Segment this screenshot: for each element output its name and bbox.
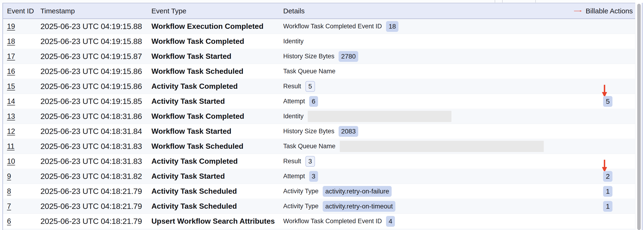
column-header-details: Details bbox=[280, 7, 574, 15]
event-id-link[interactable]: 12 bbox=[7, 127, 15, 135]
details-cell: History Size Bytes2780 bbox=[280, 51, 574, 62]
toolbar-fragment bbox=[502, 0, 503, 3]
event-id-cell: 7 bbox=[3, 202, 37, 210]
event-history-screen: Event ID Timestamp Event Type Details Bi… bbox=[0, 0, 644, 230]
timestamp-cell: 2025-06-23 UTC 04:19:15.86 bbox=[37, 82, 149, 91]
toolbar-fragment bbox=[535, 0, 536, 3]
event-type-cell: Workflow Task Started bbox=[149, 52, 280, 61]
event-id-link[interactable]: 15 bbox=[7, 82, 15, 90]
event-id-cell: 6 bbox=[3, 217, 37, 225]
event-type-cell: Upsert Workflow Search Attributes bbox=[149, 217, 280, 225]
details-cell: Result3 bbox=[280, 156, 574, 167]
event-type-cell: Activity Task Completed bbox=[149, 82, 280, 91]
details-cell: Identity bbox=[280, 111, 574, 122]
event-type-cell: Workflow Execution Completed bbox=[149, 22, 280, 31]
event-type-cell: Workflow Task Completed bbox=[149, 37, 280, 46]
billable-count-badge: 2 bbox=[603, 171, 612, 182]
details-cell: Workflow Task Completed Event ID18 bbox=[280, 21, 574, 32]
event-id-cell: 16 bbox=[3, 67, 37, 76]
panel-border bbox=[642, 3, 642, 230]
red-right-arrow-icon bbox=[574, 8, 582, 14]
event-id-link[interactable]: 11 bbox=[7, 142, 14, 150]
event-id-link[interactable]: 10 bbox=[7, 157, 15, 165]
details-cell: Attempt3 bbox=[280, 171, 574, 182]
event-id-cell: 14 bbox=[3, 97, 37, 106]
scrollbar-thumb[interactable] bbox=[637, 4, 641, 230]
detail-label: Identity bbox=[283, 113, 304, 120]
table-row: 102025-06-23 UTC 04:18:31.83Activity Tas… bbox=[3, 154, 635, 169]
details-cell: Task Queue Name bbox=[280, 68, 574, 75]
event-id-link[interactable]: 19 bbox=[7, 22, 15, 31]
toolbar-cutoff-strip bbox=[0, 0, 644, 3]
event-id-link[interactable]: 16 bbox=[7, 67, 15, 75]
event-id-link[interactable]: 13 bbox=[7, 112, 15, 121]
detail-label: Result bbox=[283, 83, 301, 90]
detail-value-badge: 2083 bbox=[338, 126, 358, 137]
timestamp-cell: 2025-06-23 UTC 04:19:15.88 bbox=[37, 22, 149, 31]
detail-label: Task Queue Name bbox=[283, 68, 336, 75]
table-row: 82025-06-23 UTC 04:18:21.79Activity Task… bbox=[3, 184, 635, 199]
table-row: 172025-06-23 UTC 04:19:15.87Workflow Tas… bbox=[3, 49, 635, 64]
detail-label: History Size Bytes bbox=[283, 128, 334, 135]
table-row: 192025-06-23 UTC 04:19:15.88Workflow Exe… bbox=[3, 19, 635, 34]
detail-label: Attempt bbox=[283, 98, 305, 105]
details-cell: Task Queue Name bbox=[280, 141, 574, 152]
table-row: 62025-06-23 UTC 04:18:21.79Upsert Workfl… bbox=[3, 214, 635, 229]
timestamp-cell: 2025-06-23 UTC 04:18:31.83 bbox=[37, 142, 149, 151]
detail-label: Activity Type bbox=[283, 203, 318, 210]
table-row: 72025-06-23 UTC 04:18:21.79Activity Task… bbox=[3, 199, 635, 214]
event-id-cell: 18 bbox=[3, 37, 37, 46]
toolbar-fragment bbox=[495, 0, 495, 3]
details-cell: Result5 bbox=[280, 81, 574, 92]
detail-value-badge: 5 bbox=[306, 81, 315, 92]
timestamp-cell: 2025-06-23 UTC 04:19:15.85 bbox=[37, 97, 149, 106]
column-header-timestamp[interactable]: Timestamp bbox=[37, 7, 149, 15]
table-header-row: Event ID Timestamp Event Type Details Bi… bbox=[3, 3, 635, 19]
event-type-cell: Activity Task Scheduled bbox=[149, 187, 280, 196]
event-id-cell: 15 bbox=[3, 82, 37, 91]
event-id-cell: 11 bbox=[3, 142, 37, 151]
table-body: 192025-06-23 UTC 04:19:15.88Workflow Exe… bbox=[3, 19, 635, 229]
detail-value-badge: 3 bbox=[309, 171, 318, 182]
billable-actions-cell: 1 bbox=[574, 186, 635, 197]
detail-value-badge: activity.retry-on-timeout bbox=[323, 201, 395, 212]
table-row: 162025-06-23 UTC 04:19:15.86Workflow Tas… bbox=[3, 64, 635, 79]
event-id-link[interactable]: 14 bbox=[7, 97, 15, 105]
event-type-cell: Workflow Task Scheduled bbox=[149, 67, 280, 76]
details-cell: Workflow Task Completed Event ID4 bbox=[280, 216, 574, 227]
event-id-link[interactable]: 7 bbox=[7, 202, 11, 210]
detail-value-badge: 3 bbox=[306, 156, 315, 167]
event-type-cell: Activity Task Started bbox=[149, 97, 280, 106]
detail-value-badge: 2780 bbox=[338, 51, 358, 62]
billable-actions-cell: 1 bbox=[574, 201, 635, 212]
timestamp-cell: 2025-06-23 UTC 04:18:31.83 bbox=[37, 157, 149, 166]
table-row: 142025-06-23 UTC 04:19:15.85Activity Tas… bbox=[3, 94, 635, 109]
billable-count-badge: 5 bbox=[603, 96, 612, 107]
event-id-cell: 13 bbox=[3, 112, 37, 121]
redacted-value bbox=[340, 141, 544, 152]
event-id-link[interactable]: 6 bbox=[7, 217, 11, 225]
column-header-event-id[interactable]: Event ID bbox=[3, 7, 37, 15]
event-type-cell: Workflow Task Completed bbox=[149, 112, 280, 121]
event-history-table: Event ID Timestamp Event Type Details Bi… bbox=[3, 3, 635, 230]
event-id-cell: 19 bbox=[3, 22, 37, 31]
timestamp-cell: 2025-06-23 UTC 04:19:15.88 bbox=[37, 37, 149, 46]
column-header-event-type[interactable]: Event Type bbox=[149, 7, 280, 15]
details-cell: Activity Typeactivity.retry-on-timeout bbox=[280, 201, 574, 212]
timestamp-cell: 2025-06-23 UTC 04:18:21.79 bbox=[37, 187, 149, 196]
timestamp-cell: 2025-06-23 UTC 04:18:21.79 bbox=[37, 202, 149, 211]
event-type-cell: Workflow Task Scheduled bbox=[149, 142, 280, 151]
details-cell: History Size Bytes2083 bbox=[280, 126, 574, 137]
event-id-link[interactable]: 17 bbox=[7, 52, 15, 60]
timestamp-cell: 2025-06-23 UTC 04:19:15.86 bbox=[37, 67, 149, 76]
detail-label: Identity bbox=[283, 38, 304, 45]
event-id-link[interactable]: 9 bbox=[7, 172, 11, 180]
event-id-link[interactable]: 18 bbox=[7, 37, 15, 45]
detail-value-badge: 4 bbox=[386, 216, 395, 227]
timestamp-cell: 2025-06-23 UTC 04:18:31.82 bbox=[37, 172, 149, 181]
event-type-cell: Activity Task Started bbox=[149, 172, 280, 181]
detail-label: Workflow Task Completed Event ID bbox=[283, 23, 382, 30]
timestamp-cell: 2025-06-23 UTC 04:18:31.86 bbox=[37, 112, 149, 121]
event-id-link[interactable]: 8 bbox=[7, 187, 11, 195]
redacted-value bbox=[308, 111, 452, 122]
